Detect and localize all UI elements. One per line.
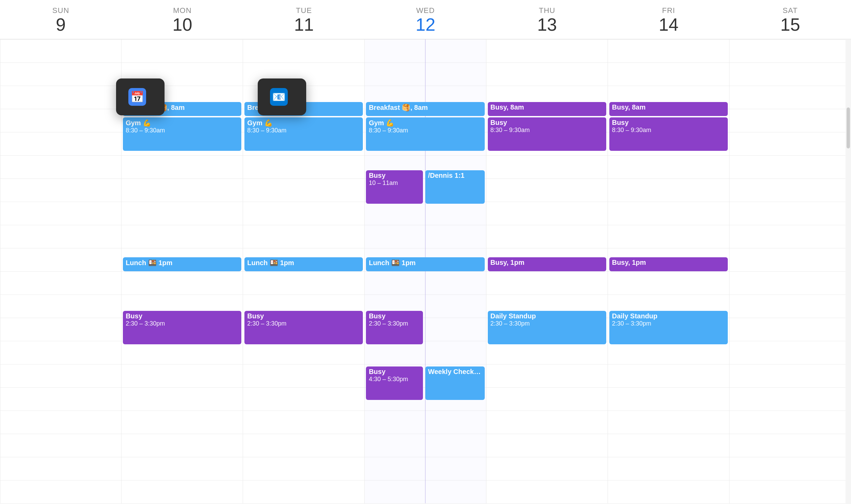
event-mon-gym[interactable]: Gym 💪 8:30 – 9:30am (123, 117, 241, 151)
event-time: 2:30 – 3:30pm (612, 320, 725, 327)
event-fri-busy-1pm[interactable]: Busy, 1pm (609, 257, 728, 271)
event-tue-lunch[interactable]: Lunch 🍱 1pm (244, 257, 363, 271)
event-title: Lunch 🍱 1pm (369, 259, 482, 267)
event-title: Lunch 🍱 1pm (247, 259, 360, 267)
event-title: Daily Standup (491, 312, 604, 320)
event-thu-busy-8am[interactable]: Busy, 8am (488, 102, 606, 116)
event-time: 2:30 – 3:30pm (247, 320, 360, 327)
scrollbar[interactable] (846, 39, 851, 504)
day-name: SAT (729, 6, 851, 15)
event-title: Busy (247, 312, 360, 320)
event-title: Busy (369, 172, 420, 179)
event-fri-standup[interactable]: Daily Standup 2:30 – 3:30pm (609, 311, 728, 344)
event-time: 4:30 – 5:30pm (369, 376, 420, 383)
event-wed-gym[interactable]: Gym 💪 8:30 – 9:30am (366, 117, 484, 151)
event-time: 2:30 – 3:30pm (126, 320, 239, 327)
event-thu-busy-1pm[interactable]: Busy, 1pm (488, 257, 606, 271)
event-title: Busy (612, 119, 725, 127)
day-column-thu[interactable]: Busy, 8am Busy 8:30 – 9:30am Busy, 1pm D… (486, 39, 608, 503)
calendar-container: SUN 9 MON 10 TUE 11 WED 12 THU 13 FRI 14… (0, 0, 851, 504)
calendar-body: Breakfast 🥞, 8am Gym 💪 8:30 – 9:30am Lun… (0, 39, 851, 504)
event-time: 8:30 – 9:30am (369, 127, 482, 134)
header-day-wed: WED 12 (365, 3, 486, 37)
event-time: 8:30 – 9:30am (247, 127, 360, 134)
event-title: Busy (369, 312, 420, 320)
event-time: 10 – 11am (369, 179, 420, 187)
header-day-sun: SUN 9 (0, 3, 122, 37)
header-day-mon: MON 10 (122, 3, 243, 37)
day-name: FRI (608, 6, 729, 15)
day-column-fri[interactable]: Busy, 8am Busy 8:30 – 9:30am Busy, 1pm D… (608, 39, 729, 503)
event-wed-dennis[interactable]: /Dennis 1:1 (425, 170, 485, 204)
day-column-wed[interactable]: Breakfast 🥞, 8am Gym 💪 8:30 – 9:30am Bus… (365, 39, 486, 503)
event-title: /Dennis 1:1 (428, 172, 482, 179)
event-wed-checkin[interactable]: Weekly Check-in (425, 366, 485, 400)
day-column-sun[interactable] (0, 39, 122, 503)
day-name: WED (365, 6, 486, 15)
event-title: Busy, 8am (491, 103, 604, 111)
event-wed-busy2[interactable]: Busy 4:30 – 5:30pm (366, 366, 423, 400)
scrollbar-thumb[interactable] (847, 107, 850, 148)
event-title: Busy, 8am (612, 103, 725, 111)
event-thu-busy-830[interactable]: Busy 8:30 – 9:30am (488, 117, 606, 151)
event-time: 8:30 – 9:30am (126, 127, 239, 134)
header-day-tue: TUE 11 (243, 3, 365, 37)
work-calendar-icon: 📧 (270, 88, 288, 106)
event-tue-busy1[interactable]: Busy 2:30 – 3:30pm (244, 311, 363, 344)
event-fri-busy-830[interactable]: Busy 8:30 – 9:30am (609, 117, 728, 151)
calendar-header: SUN 9 MON 10 TUE 11 WED 12 THU 13 FRI 14… (0, 0, 851, 39)
header-day-fri: FRI 14 (608, 3, 729, 37)
event-title: Daily Standup (612, 312, 725, 320)
header-day-sat: SAT 15 (729, 3, 851, 37)
event-title: Busy (126, 312, 239, 320)
event-time: 2:30 – 3:30pm (369, 320, 420, 327)
event-time: 8:30 – 9:30am (612, 127, 725, 134)
day-number: 11 (243, 15, 365, 34)
event-wed-breakfast[interactable]: Breakfast 🥞, 8am (366, 102, 484, 116)
day-number: 13 (486, 15, 608, 34)
event-wed-busy1[interactable]: Busy 2:30 – 3:30pm (366, 311, 423, 344)
day-number: 9 (0, 15, 122, 34)
event-fri-busy-8am[interactable]: Busy, 8am (609, 102, 728, 116)
day-number: 14 (608, 15, 729, 34)
event-mon-lunch[interactable]: Lunch 🍱 1pm (123, 257, 241, 271)
event-title: Busy, 1pm (612, 259, 725, 267)
header-day-thu: THU 13 (486, 3, 608, 37)
event-title: Lunch 🍱 1pm (126, 259, 239, 267)
event-title: Busy (491, 119, 604, 127)
event-mon-busy1[interactable]: Busy 2:30 – 3:30pm (123, 311, 241, 344)
day-number: 15 (729, 15, 851, 34)
day-name: TUE (243, 6, 365, 15)
event-wed-lunch[interactable]: Lunch 🍱 1pm (366, 257, 484, 271)
work-calendar-popup[interactable]: 📧 (258, 78, 306, 115)
personal-calendar-popup[interactable]: 📅 (116, 78, 165, 115)
event-time: 2:30 – 3:30pm (491, 320, 604, 327)
event-time: 8:30 – 9:30am (491, 127, 604, 134)
personal-calendar-icon: 📅 (128, 88, 146, 106)
event-title: Gym 💪 (247, 119, 360, 127)
day-name: SUN (0, 6, 122, 15)
event-title: Busy, 1pm (491, 259, 604, 267)
event-wed-busy-10[interactable]: Busy 10 – 11am (366, 170, 423, 204)
event-title: Weekly Check-in (428, 368, 482, 376)
day-name: MON (122, 6, 243, 15)
day-column-sat[interactable] (729, 39, 851, 503)
event-title: Breakfast 🥞, 8am (369, 103, 482, 112)
day-number: 12 (365, 15, 486, 34)
day-number: 10 (122, 15, 243, 34)
event-title: Busy (369, 368, 420, 376)
event-tue-gym[interactable]: Gym 💪 8:30 – 9:30am (244, 117, 363, 151)
event-title: Gym 💪 (369, 119, 482, 127)
day-name: THU (486, 6, 608, 15)
event-title: Gym 💪 (126, 119, 239, 127)
event-thu-standup[interactable]: Daily Standup 2:30 – 3:30pm (488, 311, 606, 344)
